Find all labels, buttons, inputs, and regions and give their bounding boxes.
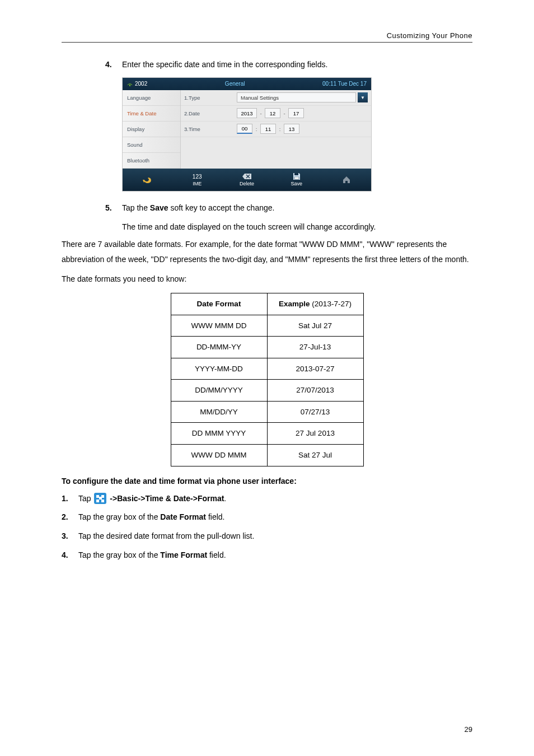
extension-number: 2002 bbox=[135, 81, 147, 87]
step-5: 5. Tap the Save soft key to accept the c… bbox=[105, 202, 472, 215]
cfg-step-4-text: Tap the gray box of the Time Format fiel… bbox=[78, 549, 472, 562]
sidebar-item-sound[interactable]: Sound bbox=[123, 137, 180, 153]
settings-form: 1.Type Manual Settings ▼ 2.Date 2013 - 1… bbox=[181, 90, 371, 169]
cfg-step-3-text: Tap the desired date format from the pul… bbox=[78, 530, 472, 543]
label-date: 2.Date bbox=[184, 110, 233, 116]
label-type: 1.Type bbox=[184, 95, 233, 101]
softkey-home[interactable] bbox=[321, 169, 371, 191]
date-day-input[interactable]: 17 bbox=[288, 108, 304, 118]
phone-screenshot: 2002 General 00:11 Tue Dec 17 Language T… bbox=[122, 77, 472, 192]
explain-p1: There are 7 available date formats. For … bbox=[62, 237, 472, 267]
cfg-step-1: 1. Tap ->Basic->Time & Date->Format. bbox=[62, 492, 472, 506]
table-row: DD-MMM-YY27-Jul-13 bbox=[171, 337, 363, 358]
sidebar-item-language[interactable]: Language bbox=[123, 90, 180, 106]
table-row: DD MMM YYYY27 Jul 2013 bbox=[171, 423, 363, 445]
sidebar-item-display[interactable]: Display bbox=[123, 122, 180, 137]
table-row: DD/MM/YYYY27/07/2013 bbox=[171, 380, 363, 402]
step-4-num: 4. bbox=[105, 58, 122, 72]
cfg-step-2: 2. Tap the gray box of the Date Format f… bbox=[62, 511, 472, 524]
step-5-num: 5. bbox=[105, 202, 122, 215]
save-label: Save bbox=[291, 181, 303, 186]
row-time: 3.Time 00 : 11 : 13 bbox=[181, 122, 371, 137]
table-row: WWW MMM DDSat Jul 27 bbox=[171, 315, 363, 337]
date-format-table: Date Format Example (2013-7-27) WWW MMM … bbox=[171, 293, 364, 466]
extension-indicator: 2002 bbox=[127, 81, 147, 87]
settings-sidebar: Language Time & Date Display Sound Bluet… bbox=[123, 90, 181, 169]
cfg-step-1-text: Tap ->Basic->Time & Date->Format. bbox=[78, 492, 472, 506]
ime-label: IME bbox=[193, 181, 202, 186]
cfg-step-3: 3. Tap the desired date format from the … bbox=[62, 530, 472, 543]
softkey-back[interactable] bbox=[123, 169, 172, 191]
table-row: MM/DD/YY07/27/13 bbox=[171, 401, 363, 423]
softkey-save[interactable]: Save bbox=[271, 169, 321, 191]
step-4: 4. Enter the specific date and time in t… bbox=[105, 58, 472, 72]
svg-rect-2 bbox=[294, 177, 299, 179]
save-icon bbox=[293, 172, 301, 180]
date-year-input[interactable]: 2013 bbox=[237, 108, 257, 118]
time-sep: : bbox=[254, 126, 259, 132]
phone-statusbar: 2002 General 00:11 Tue Dec 17 bbox=[123, 78, 371, 90]
softkey-delete[interactable]: Delete bbox=[222, 169, 272, 191]
table-header-format: Date Format bbox=[171, 293, 267, 315]
time-second-input[interactable]: 13 bbox=[284, 124, 299, 134]
date-month-input[interactable]: 12 bbox=[265, 108, 280, 118]
configure-heading: To configure the date and time format vi… bbox=[62, 477, 472, 486]
ime-value: 123 bbox=[193, 172, 202, 180]
step-5-text: Tap the Save soft key to accept the chan… bbox=[122, 202, 472, 215]
signal-icon bbox=[127, 81, 133, 87]
time-hour-input[interactable]: 00 bbox=[237, 124, 252, 134]
chevron-down-icon[interactable]: ▼ bbox=[358, 92, 368, 102]
svg-rect-1 bbox=[294, 173, 298, 175]
row-type: 1.Type Manual Settings ▼ bbox=[181, 90, 371, 106]
time-minute-input[interactable]: 11 bbox=[260, 124, 276, 134]
app-menu-icon bbox=[94, 493, 106, 504]
cfg-step-2-num: 2. bbox=[62, 511, 78, 524]
row-date: 2.Date 2013 - 12 - 17 bbox=[181, 106, 371, 122]
phone-clock: 00:11 Tue Dec 17 bbox=[322, 81, 367, 87]
svg-rect-0 bbox=[129, 85, 130, 86]
sidebar-item-time-date[interactable]: Time & Date bbox=[123, 106, 180, 122]
table-row: WWW DD MMMSat 27 Jul bbox=[171, 445, 363, 466]
date-sep: - bbox=[259, 110, 263, 116]
step-4-text: Enter the specific date and time in the … bbox=[122, 58, 472, 72]
delete-label: Delete bbox=[240, 181, 254, 186]
softkey-bar: 123 IME Delete Save bbox=[123, 169, 371, 191]
step-5-sub: The time and date displayed on the touch… bbox=[122, 221, 472, 234]
header-section-title: Customizing Your Phone bbox=[62, 31, 472, 40]
header-rule bbox=[62, 42, 472, 43]
type-dropdown-value[interactable]: Manual Settings bbox=[237, 92, 356, 102]
phone-title: General bbox=[147, 81, 322, 87]
softkey-ime[interactable]: 123 IME bbox=[172, 169, 222, 191]
cfg-step-4: 4. Tap the gray box of the Time Format f… bbox=[62, 549, 472, 562]
table-row: YYYY-MM-DD2013-07-27 bbox=[171, 358, 363, 380]
backspace-icon bbox=[242, 172, 252, 180]
cfg-step-3-num: 3. bbox=[62, 530, 78, 543]
explain-p2: The date formats you need to know: bbox=[62, 272, 472, 287]
table-header-example: Example (2013-7-27) bbox=[267, 293, 363, 315]
time-sep: : bbox=[278, 126, 282, 132]
page-number: 29 bbox=[465, 725, 472, 734]
cfg-step-2-text: Tap the gray box of the Date Format fiel… bbox=[78, 511, 472, 524]
sidebar-item-bluetooth[interactable]: Bluetooth bbox=[123, 153, 180, 169]
label-time: 3.Time bbox=[184, 126, 233, 132]
cfg-step-1-num: 1. bbox=[62, 492, 78, 506]
back-icon bbox=[143, 176, 152, 184]
home-icon bbox=[342, 176, 351, 184]
cfg-step-4-num: 4. bbox=[62, 549, 78, 562]
date-sep: - bbox=[282, 110, 287, 116]
